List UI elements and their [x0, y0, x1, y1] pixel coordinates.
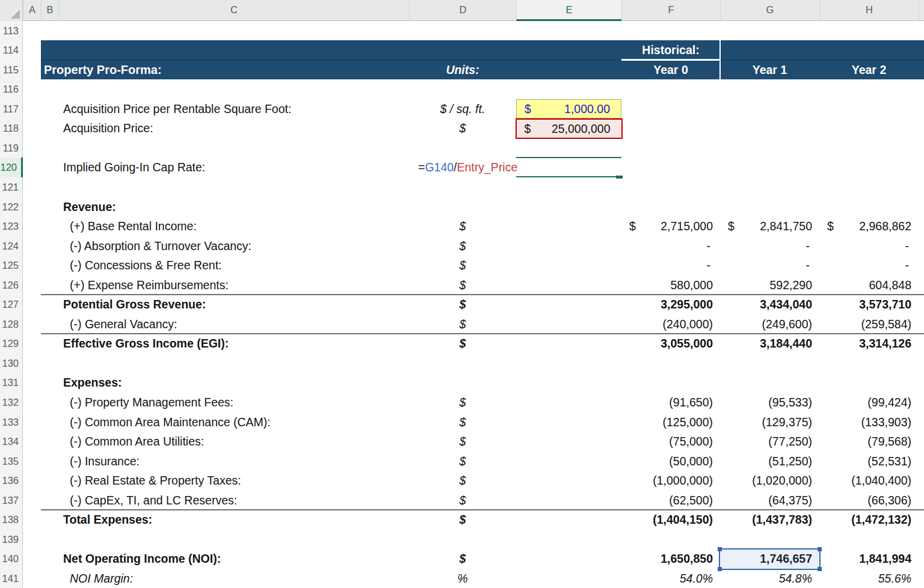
cell-d129-unit[interactable]: $ — [409, 334, 516, 354]
row-header-121[interactable]: 121 — [0, 177, 23, 197]
cell-h133[interactable]: (133,903) — [819, 412, 919, 432]
select-all-corner[interactable] — [0, 0, 23, 21]
cell-c128-label[interactable]: (-) General Vacancy: — [58, 314, 409, 334]
row-header-130[interactable]: 130 — [0, 354, 23, 373]
cell-h126[interactable]: 604,848 — [819, 275, 919, 295]
cell-g137[interactable]: (64,375) — [720, 491, 819, 510]
cell-g128[interactable]: (249,600) — [720, 314, 819, 334]
cell-g129[interactable]: 3,184,440 — [720, 334, 819, 354]
cell-h125[interactable]: - — [819, 256, 919, 275]
cell-g124[interactable]: - — [720, 236, 819, 256]
cell-g141[interactable]: 54.8% — [720, 569, 819, 588]
cell-d118-unit[interactable]: $ — [409, 118, 516, 138]
cell-f134[interactable]: (75,000) — [621, 432, 720, 452]
year2-header[interactable]: Year 2 — [819, 60, 919, 80]
cell-c127-label[interactable]: Potential Gross Revenue: — [58, 295, 409, 314]
cell-f128[interactable]: (240,000) — [621, 314, 720, 334]
historical-header[interactable]: Historical: — [621, 40, 720, 60]
cell-f123[interactable]: $2,715,000 — [621, 216, 720, 236]
cell-e120-formula-edit[interactable]: =G140/Entry_Price — [418, 158, 517, 177]
units-column-header[interactable]: Units: — [409, 60, 516, 80]
cell-e117-psf-input[interactable]: $ 1,000.00 — [516, 99, 621, 118]
cell-g140-selected[interactable]: 1,746,657 — [720, 549, 819, 569]
cell-c132-label[interactable]: (-) Property Management Fees: — [58, 393, 409, 412]
cell-h140[interactable]: 1,841,994 — [819, 549, 919, 569]
cell-g123[interactable]: $2,841,750 — [720, 216, 819, 236]
cell-g136[interactable]: (1,020,000) — [720, 471, 819, 491]
cell-d138-unit[interactable]: $ — [409, 510, 516, 530]
cell-c117-label[interactable]: Acquisition Price per Rentable Square Fo… — [58, 99, 409, 119]
cell-c136-label[interactable]: (-) Real Estate & Property Taxes: — [58, 471, 409, 491]
cell-h128[interactable]: (259,584) — [819, 314, 919, 334]
cell-d137-unit[interactable]: $ — [409, 491, 516, 510]
cell-c135-label[interactable]: (-) Insurance: — [58, 452, 409, 471]
cell-g138[interactable]: (1,437,783) — [720, 510, 819, 530]
cell-d134-unit[interactable]: $ — [409, 432, 516, 452]
cell-h137[interactable]: (66,306) — [819, 491, 919, 510]
cell-g125[interactable]: - — [720, 256, 819, 275]
cell-f124[interactable]: - — [621, 236, 720, 256]
cell-d126-unit[interactable]: $ — [409, 275, 516, 295]
cell-c140-label[interactable]: Net Operating Income (NOI): — [58, 549, 409, 569]
cell-h135[interactable]: (52,531) — [819, 452, 919, 471]
cell-h141[interactable]: 55.6% — [819, 569, 919, 588]
cell-d136-unit[interactable]: $ — [409, 471, 516, 491]
row-header-116[interactable]: 116 — [0, 79, 23, 99]
cell-c137-label[interactable]: (-) CapEx, TI, and LC Reserves: — [58, 491, 409, 510]
cell-c138-label[interactable]: Total Expenses: — [58, 510, 409, 530]
cell-g133[interactable]: (129,375) — [720, 412, 819, 432]
cell-f126[interactable]: 580,000 — [621, 275, 720, 295]
cell-d123-unit[interactable]: $ — [409, 216, 516, 236]
proforma-title[interactable]: Property Pro-Forma: — [44, 60, 162, 80]
cell-d117-unit[interactable]: $ / sq. ft. — [409, 99, 516, 119]
cell-c133-label[interactable]: (-) Common Area Maintenance (CAM): — [58, 412, 409, 432]
cell-d125-unit[interactable]: $ — [409, 256, 516, 275]
cell-h138[interactable]: (1,472,132) — [819, 510, 919, 530]
cell-c141-label[interactable]: NOI Margin: — [58, 569, 409, 588]
cell-c129-label[interactable]: Effective Gross Income (EGI): — [58, 334, 409, 354]
cell-d132-unit[interactable]: $ — [409, 393, 516, 412]
year1-header[interactable]: Year 1 — [720, 60, 819, 80]
cell-c122-section[interactable]: Revenue: — [58, 197, 409, 217]
cell-f136[interactable]: (1,000,000) — [621, 471, 720, 491]
cell-h123[interactable]: $2,968,862 — [819, 216, 919, 236]
row-header-113[interactable]: 113 — [0, 21, 23, 41]
cell-d140-unit[interactable]: $ — [409, 549, 516, 569]
cell-e118-entry-price-input[interactable]: $ 25,000,000 — [516, 118, 623, 139]
fill-handle[interactable] — [616, 176, 623, 179]
cell-c125-label[interactable]: (-) Concessions & Free Rent: — [58, 256, 409, 275]
cell-g132[interactable]: (95,533) — [720, 393, 819, 412]
cell-g127[interactable]: 3,434,040 — [720, 295, 819, 314]
cell-c134-label[interactable]: (-) Common Area Utilities: — [58, 432, 409, 452]
cell-c120-label[interactable]: Implied Going-In Cap Rate: — [58, 158, 409, 177]
column-header-c[interactable]: C — [58, 0, 409, 21]
column-header-partial[interactable] — [919, 0, 924, 21]
cell-f133[interactable]: (125,000) — [621, 412, 720, 432]
column-header-f[interactable]: F — [621, 0, 720, 21]
cell-d124-unit[interactable]: $ — [409, 236, 516, 256]
cell-d127-unit[interactable]: $ — [409, 295, 516, 314]
row-header-114[interactable]: 114 — [0, 40, 23, 60]
cell-g134[interactable]: (77,250) — [720, 432, 819, 452]
year0-header[interactable]: Year 0 — [621, 60, 720, 80]
cell-f125[interactable]: - — [621, 256, 720, 275]
cell-c124-label[interactable]: (-) Absorption & Turnover Vacancy: — [58, 236, 409, 256]
cell-c123-label[interactable]: (+) Base Rental Income: — [58, 216, 409, 236]
row-header-139[interactable]: 139 — [0, 530, 23, 550]
cell-d128-unit[interactable]: $ — [409, 314, 516, 334]
cell-c126-label[interactable]: (+) Expense Reimbursements: — [58, 275, 409, 295]
cell-f141[interactable]: 54.0% — [621, 569, 720, 588]
column-header-g[interactable]: G — [720, 0, 819, 21]
cell-h134[interactable]: (79,568) — [819, 432, 919, 452]
cell-c118-label[interactable]: Acquisition Price: — [58, 118, 409, 138]
cell-f132[interactable]: (91,650) — [621, 393, 720, 412]
row-header-119[interactable]: 119 — [0, 138, 23, 158]
cell-f140[interactable]: 1,650,850 — [621, 549, 720, 569]
cell-d133-unit[interactable]: $ — [409, 412, 516, 432]
cell-f127[interactable]: 3,295,000 — [621, 295, 720, 314]
cell-h136[interactable]: (1,040,400) — [819, 471, 919, 491]
cell-h132[interactable]: (99,424) — [819, 393, 919, 412]
cell-g135[interactable]: (51,250) — [720, 452, 819, 471]
column-header-a[interactable]: A — [23, 0, 41, 21]
row-header-115[interactable]: 115 — [0, 60, 23, 80]
